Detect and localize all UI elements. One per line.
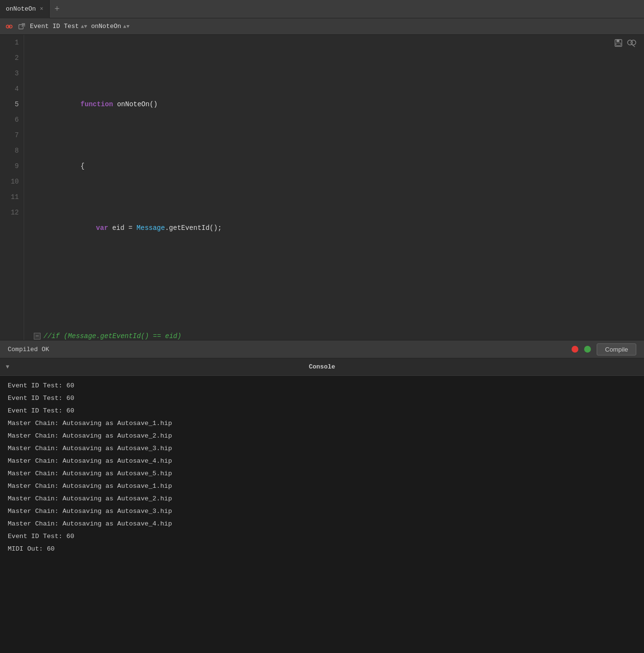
- line-num-5: 5: [5, 97, 19, 112]
- function-selector-arrow: ▲▼: [123, 24, 129, 29]
- console-line-10: Master Chain: Autosaving as Autosave_2.h…: [8, 493, 636, 505]
- console-line-11: Master Chain: Autosaving as Autosave_3.h…: [8, 505, 636, 518]
- link-icon: [5, 22, 14, 31]
- script-selector-label: Event ID Test: [30, 23, 79, 30]
- editor-toolbar-icons: [614, 39, 636, 50]
- code-line-2: {: [32, 143, 636, 158]
- console-line-2: Event ID Test: 60: [8, 392, 636, 405]
- code-line-5: — //if (Message.getEventId() == eid): [32, 328, 636, 340]
- external-link-icon[interactable]: [17, 22, 26, 31]
- tab-close-button[interactable]: ×: [40, 6, 43, 13]
- line-num-9: 9: [5, 158, 19, 174]
- compile-status: Compiled OK: [8, 346, 49, 353]
- code-line-3: var eid = Message.getEventId();: [32, 205, 636, 220]
- script-selector-arrow: ▲▼: [81, 24, 87, 29]
- console-line-12: Master Chain: Autosaving as Autosave_4.h…: [8, 518, 636, 530]
- console-line-13: Event ID Test: 60: [8, 530, 636, 543]
- active-dot[interactable]: [584, 346, 591, 353]
- console-line-7: Master Chain: Autosaving as Autosave_4.h…: [8, 455, 636, 468]
- console-line-9: Master Chain: Autosaving as Autosave_1.h…: [8, 480, 636, 493]
- status-right: Compile: [572, 343, 636, 355]
- svg-point-10: [631, 40, 636, 45]
- tab-bar: onNoteOn × +: [0, 0, 644, 18]
- code-line-4: [32, 267, 636, 282]
- console-section: ▼ Console Event ID Test: 60 Event ID Tes…: [0, 358, 644, 653]
- svg-rect-6: [616, 40, 619, 42]
- toolbar: Event ID Test ▲▼ onNoteOn ▲▼: [0, 18, 644, 35]
- svg-rect-7: [616, 43, 621, 45]
- console-header: ▼ Console: [0, 358, 644, 376]
- code-area[interactable]: function onNoteOn() { var eid = Message.…: [24, 35, 644, 340]
- editor-tab[interactable]: onNoteOn ×: [0, 0, 50, 18]
- compile-button[interactable]: Compile: [597, 343, 636, 355]
- console-collapse-arrow[interactable]: ▼: [6, 364, 9, 370]
- line-num-6: 6: [5, 112, 19, 128]
- line-num-1: 1: [5, 35, 19, 50]
- save-icon[interactable]: [614, 39, 623, 50]
- console-line-5: Master Chain: Autosaving as Autosave_2.h…: [8, 430, 636, 442]
- console-line-3: Event ID Test: 60: [8, 405, 636, 417]
- console-line-4: Master Chain: Autosaving as Autosave_1.h…: [8, 417, 636, 430]
- line-num-12: 12: [5, 205, 19, 220]
- tab-label: onNoteOn: [6, 5, 36, 13]
- search-icon[interactable]: [627, 39, 636, 50]
- editor-content: 1 2 3 4 5 6 7 8 9 10 11 12 f: [0, 35, 644, 340]
- line-num-11: 11: [5, 189, 19, 205]
- record-dot[interactable]: [572, 346, 578, 353]
- function-selector[interactable]: onNoteOn ▲▼: [91, 23, 130, 30]
- line-num-4: 4: [5, 81, 19, 97]
- line-num-7: 7: [5, 128, 19, 143]
- function-selector-label: onNoteOn: [91, 23, 121, 30]
- console-line-6: Master Chain: Autosaving as Autosave_3.h…: [8, 442, 636, 455]
- code-line-1: function onNoteOn(): [32, 81, 636, 97]
- console-line-1: Event ID Test: 60: [8, 380, 636, 392]
- tab-add-button[interactable]: +: [50, 4, 65, 14]
- line-num-2: 2: [5, 50, 19, 66]
- fold-indicator[interactable]: —: [34, 333, 41, 340]
- line-num-8: 8: [5, 143, 19, 158]
- line-num-10: 10: [5, 174, 19, 189]
- console-line-8: Master Chain: Autosaving as Autosave_5.h…: [8, 468, 636, 480]
- console-line-14: MIDI Out: 60: [8, 543, 636, 555]
- console-title: Console: [309, 363, 336, 370]
- line-num-3: 3: [5, 66, 19, 81]
- status-bar: Compiled OK Compile: [0, 340, 644, 358]
- console-body[interactable]: Event ID Test: 60 Event ID Test: 60 Even…: [0, 376, 644, 653]
- main-layout: onNoteOn × + Event ID Test ▲▼ onNoteOn: [0, 0, 644, 653]
- code-editor[interactable]: 1 2 3 4 5 6 7 8 9 10 11 12 f: [0, 35, 644, 340]
- script-selector[interactable]: Event ID Test ▲▼: [30, 23, 87, 30]
- line-numbers: 1 2 3 4 5 6 7 8 9 10 11 12: [0, 35, 24, 340]
- svg-rect-3: [19, 25, 23, 29]
- editor-section: 1 2 3 4 5 6 7 8 9 10 11 12 f: [0, 35, 644, 358]
- keyword-function: function: [81, 100, 113, 108]
